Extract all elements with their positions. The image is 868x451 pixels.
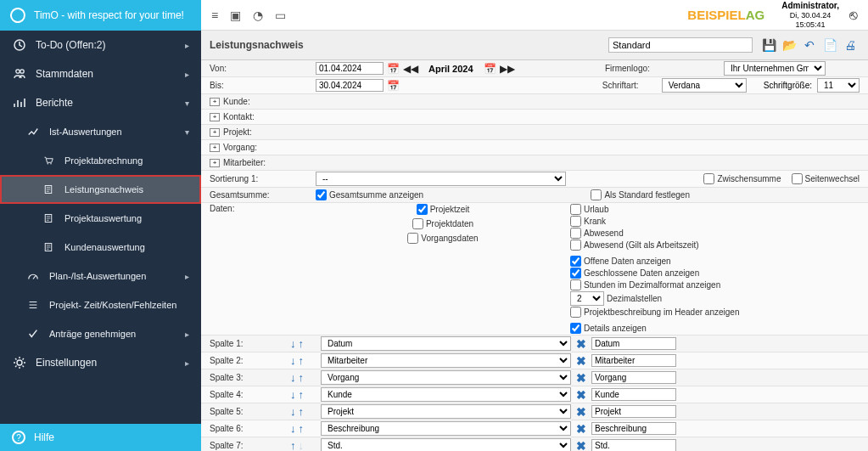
cb-urlaub[interactable] [570, 204, 581, 215]
sort-arrows-6[interactable]: ↓↑ [290, 422, 316, 435]
select-firmenlogo[interactable]: Ihr Unternehmen GmbH [724, 61, 826, 76]
select-spalte-4[interactable]: Kunde [321, 387, 571, 402]
company-logo: BEISPIELAG [687, 8, 764, 22]
select-spalte-6[interactable]: Beschreibung [321, 421, 571, 436]
next-month-icon[interactable]: ▶▶ [500, 63, 515, 75]
select-spalte-2[interactable]: Mitarbeiter [321, 353, 571, 368]
select-spalte-3[interactable]: Vorgang [321, 370, 571, 385]
window-icon[interactable]: ▭ [275, 8, 286, 22]
standard-input[interactable] [608, 37, 753, 53]
sort-arrows-3[interactable]: ↓↑ [290, 371, 316, 384]
input-spalte-5-name[interactable] [591, 405, 676, 418]
expand-projekt[interactable]: + [210, 128, 220, 137]
remove-spalte-5[interactable]: ✖ [576, 405, 586, 419]
select-spalte-7[interactable]: Std. [321, 438, 571, 451]
calendar-icon[interactable]: 📅 [387, 80, 400, 92]
cb-vorgangsdaten[interactable] [407, 233, 418, 244]
input-spalte-2-name[interactable] [591, 354, 676, 367]
cb-projektbeschr[interactable] [570, 307, 581, 318]
select-dezimal[interactable]: 2 [570, 291, 604, 306]
check-icon [25, 326, 41, 341]
nav-berichte[interactable]: Berichte ▾ [0, 88, 201, 117]
cb-geschlossene[interactable] [570, 268, 581, 279]
calendar-icon[interactable]: 📅 [484, 63, 496, 75]
cb-als-standard[interactable] [591, 189, 602, 200]
nav-projekt-zeit[interactable]: Projekt- Zeit/Kosten/Fehlzeiten [0, 290, 201, 319]
pdf-icon[interactable]: 📄 [820, 36, 839, 54]
input-spalte-1-name[interactable] [591, 337, 676, 350]
remove-spalte-6[interactable]: ✖ [576, 422, 586, 436]
remove-spalte-1[interactable]: ✖ [576, 337, 586, 351]
chevron-right-icon: ▸ [185, 330, 189, 339]
select-schriftgroesse[interactable]: 11 [817, 78, 860, 93]
input-bis[interactable] [316, 79, 384, 92]
list-icon [25, 297, 41, 313]
input-spalte-3-name[interactable] [591, 371, 676, 384]
nav-antraege[interactable]: Anträge genehmigen ▸ [0, 319, 201, 348]
prev-month-icon[interactable]: ◀◀ [403, 63, 418, 75]
nav-einstellungen[interactable]: Einstellungen ▸ [0, 348, 201, 377]
select-schriftart[interactable]: Verdana [662, 78, 747, 93]
cb-abwesend[interactable] [570, 228, 581, 239]
cb-details[interactable] [570, 323, 581, 334]
undo-icon[interactable]: ↶ [800, 36, 819, 54]
print-icon[interactable]: 🖨 [841, 36, 860, 54]
cb-offene[interactable] [570, 256, 581, 267]
input-spalte-7-name[interactable] [591, 439, 676, 451]
select-sortierung1[interactable]: -- [316, 172, 566, 186]
camera-icon[interactable]: ▣ [230, 8, 241, 22]
expand-vorgang[interactable]: + [210, 144, 220, 152]
folder-icon[interactable]: 📂 [780, 36, 798, 54]
input-spalte-4-name[interactable] [591, 388, 676, 401]
cb-seitenwechsel[interactable] [792, 173, 803, 184]
calendar-icon[interactable]: 📅 [387, 63, 400, 75]
nav-projektauswertung[interactable]: Projektauswertung [0, 204, 201, 233]
sort-arrows-5[interactable]: ↓↑ [290, 405, 316, 418]
input-von[interactable] [316, 62, 384, 75]
select-spalte-1[interactable]: Datum [321, 336, 571, 351]
cb-gesamtsumme-anzeigen[interactable] [316, 189, 327, 200]
cb-projektzeit[interactable] [417, 204, 428, 215]
expand-kontakt[interactable]: + [210, 113, 220, 121]
nav-leistungsnachweis[interactable]: Leistungsnachweis [0, 175, 201, 204]
cb-abwesend-arbeit[interactable] [570, 240, 581, 251]
sort-arrows-2[interactable]: ↓↑ [290, 354, 316, 367]
nav-stammdaten[interactable]: Stammdaten ▸ [0, 59, 201, 88]
svg-point-8 [17, 360, 22, 365]
cb-zwischensumme[interactable] [703, 173, 714, 184]
cb-krank[interactable] [570, 216, 581, 227]
select-spalte-5[interactable]: Projekt [321, 404, 571, 419]
remove-spalte-4[interactable]: ✖ [576, 388, 586, 402]
remove-spalte-7[interactable]: ✖ [576, 439, 586, 452]
sort-arrows-1[interactable]: ↓↑ [290, 337, 316, 350]
menu-icon[interactable]: ≡ [211, 8, 218, 22]
nav-todo[interactable]: To-Do (Offen:2) ▸ [0, 31, 201, 59]
remove-spalte-2[interactable]: ✖ [576, 354, 586, 368]
nav-projektabrechnung[interactable]: Projektabrechnung [0, 146, 201, 175]
chevron-down-icon: ▾ [185, 127, 189, 137]
input-spalte-6-name[interactable] [591, 422, 676, 435]
chart-icon [12, 95, 27, 110]
nav-kundenauswertung[interactable]: Kundenauswertung [0, 233, 201, 262]
nav-hilfe[interactable]: ? Hilfe [0, 424, 201, 451]
main: ≡ ▣ ◔ ▭ BEISPIELAG Administrator, Di, 30… [201, 0, 868, 451]
svg-point-3 [48, 163, 49, 165]
nav-plan-ist[interactable]: Plan-/Ist-Auswertungen ▸ [0, 262, 201, 290]
gauge-icon [25, 268, 41, 284]
cb-projektdaten[interactable] [412, 218, 423, 229]
document-icon [41, 182, 56, 197]
label-spalte-1: Spalte 1: [210, 339, 290, 348]
expand-mitarbeiter[interactable]: + [210, 159, 220, 167]
chevron-right-icon: ▸ [185, 358, 189, 368]
sort-arrows-4[interactable]: ↓↑ [290, 388, 316, 401]
logout-icon[interactable]: ⎋ [849, 8, 858, 23]
clock-icon[interactable]: ◔ [253, 8, 263, 22]
sidebar: TimO - with respect for your time! To-Do… [0, 0, 201, 451]
expand-kunde[interactable]: + [210, 98, 220, 106]
nav-ist-auswertungen[interactable]: Ist-Auswertungen ▾ [0, 117, 201, 146]
chart-up-icon [25, 124, 41, 139]
sort-arrows-7[interactable]: ↑↓ [290, 439, 316, 451]
cb-stunden-dezimal[interactable] [570, 279, 581, 290]
remove-spalte-3[interactable]: ✖ [576, 371, 586, 385]
save-icon[interactable]: 💾 [759, 36, 778, 54]
